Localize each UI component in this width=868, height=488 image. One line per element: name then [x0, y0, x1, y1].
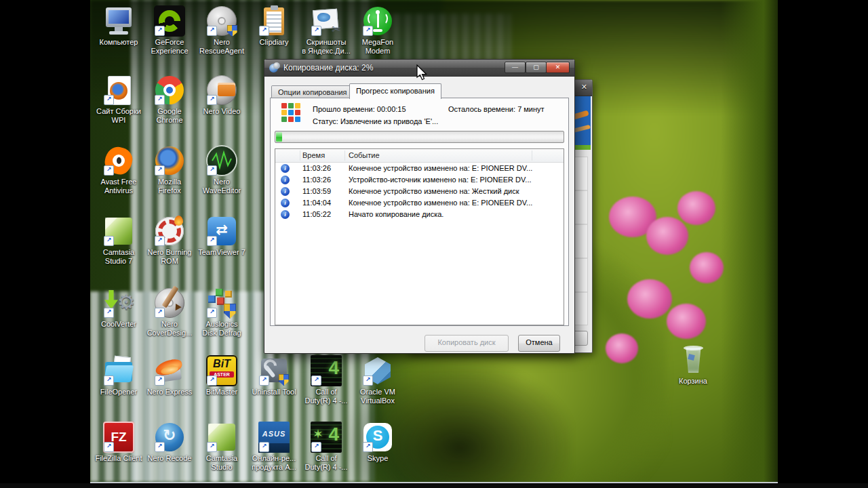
- desktop-icon-neroexpress[interactable]: ↗Nero Express: [141, 355, 198, 396]
- desktop-icon-cod4[interactable]: 4↗Call of Duty(R) 4 -...: [298, 355, 355, 405]
- desktop-icon-wpi[interactable]: ↗Сайт Сборки WPI: [90, 75, 147, 125]
- tab-copy-options[interactable]: Опции копирования: [271, 85, 354, 98]
- desktop-icon-geforce[interactable]: ↗GeForce Experience: [141, 5, 198, 56]
- yandex-icon: ✂↗: [311, 5, 342, 37]
- desktop-icon-label: Nero WaveEditor: [193, 178, 250, 195]
- shortcut-arrow-icon: ↗: [207, 308, 217, 318]
- copy-disc-button[interactable]: Копировать диск: [425, 335, 509, 352]
- desktop-icon-computer[interactable]: Компьютер: [90, 5, 147, 47]
- desktop-icon-rescueagent[interactable]: ↗Nero RescueAgent: [193, 5, 250, 56]
- shortcut-arrow-icon: ↗: [311, 375, 321, 386]
- desktop-icon-auslogics[interactable]: ↗Auslogics Disk Defrag: [193, 287, 250, 338]
- desktop-icon-filezilla[interactable]: FZ↗FileZilla Client: [90, 422, 147, 463]
- shortcut-arrow-icon: ↗: [207, 95, 217, 105]
- column-header-event[interactable]: Событие: [349, 151, 380, 159]
- shortcut-arrow-icon: ↗: [259, 26, 269, 36]
- desktop-icon-label: Nero Express: [141, 388, 198, 396]
- desktop-icon-firefox[interactable]: ↗Mozilla Firefox: [141, 145, 198, 195]
- virtualbox-icon: ↗: [362, 355, 393, 386]
- minimize-button[interactable]: —: [505, 62, 526, 73]
- tab-copy-progress[interactable]: Прогресс копирования: [349, 83, 441, 99]
- shortcut-arrow-icon: ↗: [104, 165, 114, 176]
- desktop-icon-camtasia7[interactable]: ↗Camtasia Studio 7: [90, 216, 147, 266]
- shortcut-arrow-icon: ↗: [155, 442, 165, 452]
- desktop-icon-label: Oracle VM VirtualBox: [349, 388, 406, 405]
- desktop-icon-waveeditor[interactable]: ↗Nero WaveEditor: [193, 145, 250, 195]
- shortcut-arrow-icon: ↗: [155, 95, 165, 105]
- disc-copy-icon: [269, 62, 280, 73]
- desktop-icon-nerovideo[interactable]: ↗Nero Video: [193, 75, 250, 116]
- shortcut-arrow-icon: ↗: [207, 375, 217, 386]
- desktop-icon-label: Корзина: [665, 377, 722, 386]
- log-row[interactable]: i11:03:26Конечное устройство изменено на…: [275, 163, 564, 174]
- column-header-time[interactable]: Время: [302, 151, 325, 159]
- log-row[interactable]: i11:05:22Начато копирование диска.: [275, 209, 564, 220]
- desktop-icon-avast[interactable]: ↗Avast Free Antivirus: [90, 145, 147, 195]
- log-time: 11:05:22: [302, 209, 331, 220]
- close-button[interactable]: ✕: [546, 62, 570, 73]
- desktop-icon-neroburning[interactable]: ↗Nero Burning ROM: [141, 216, 198, 266]
- maximize-button[interactable]: ▢: [526, 62, 547, 73]
- desktop-icon-uninstalltool[interactable]: ↗Uninstall Tool: [245, 355, 302, 396]
- camtasia7-icon: ↗: [103, 216, 134, 247]
- log-row[interactable]: i11:03:26Устройство-источник изменено на…: [275, 174, 564, 186]
- desktop-icon-megafon[interactable]: ↗MegaFon Modem: [349, 5, 406, 56]
- desktop-icon-label: Google Chrome: [141, 107, 198, 125]
- log-event: Начато копирование диска.: [349, 209, 561, 220]
- background-window-buttons: [573, 157, 588, 325]
- event-log: Время Событие i11:03:26Конечное устройст…: [275, 148, 564, 325]
- teamviewer-icon: ⇄↗: [206, 216, 237, 247]
- desktop-icon-label: GeForce Experience: [141, 38, 198, 56]
- desktop-icon-asus[interactable]: ASUS↗Онлайн-ре... продукта A...: [245, 422, 302, 472]
- info-icon: i: [281, 164, 290, 173]
- log-event: Устройство-источник изменено на: E: PION…: [349, 174, 561, 186]
- log-row[interactable]: i11:03:59Конечное устройство изменено на…: [275, 186, 564, 197]
- desktop-icon-camtasia[interactable]: ↗Camtasia Studio: [193, 422, 250, 472]
- shortcut-arrow-icon: ↗: [104, 442, 114, 452]
- letterbox-left: [0, 0, 90, 488]
- desktop-icon-fileopener[interactable]: ↗FileOpener: [90, 355, 147, 396]
- desktop-icon-cod4b[interactable]: ✶4↗Call of Duty(R) 4 -...: [298, 422, 355, 472]
- desktop-icon-virtualbox[interactable]: ↗Oracle VM VirtualBox: [349, 355, 406, 405]
- neroburning-icon: ↗: [154, 216, 185, 247]
- rescueagent-icon: ↗: [206, 5, 237, 37]
- computer-icon: [103, 5, 134, 37]
- desktop-icon-label: Uninstall Tool: [245, 388, 302, 396]
- desktop-icon-label: MegaFon Modem: [349, 38, 406, 56]
- desktop-icon-label: Nero Recode: [141, 454, 198, 463]
- progress-panel: Прошло времени: 00:00:15 Осталось времен…: [270, 98, 569, 326]
- neroexpress-icon: ↗: [154, 355, 185, 386]
- desktop-icon-yandex[interactable]: ✂↗Скриншоты в Яндекс.Ди...: [298, 5, 355, 56]
- desktop-icon-skype[interactable]: S↗Skype: [349, 422, 406, 463]
- log-time: 11:03:26: [302, 174, 331, 186]
- desktop-icon-chrome[interactable]: ↗Google Chrome: [141, 75, 198, 125]
- desktop-icon-label: CoolVerter: [90, 320, 147, 329]
- shortcut-arrow-icon: ↗: [104, 308, 114, 318]
- background-window-bottom-button[interactable]: [573, 331, 588, 346]
- desktop-icon-coverdesigner[interactable]: ↗Nero CoverDesig...: [141, 287, 198, 338]
- progress-bar-fill: [276, 132, 282, 142]
- shortcut-arrow-icon: ↗: [207, 236, 217, 246]
- desktop-icon-clipdiary[interactable]: ↗Clipdiary: [245, 5, 302, 47]
- asus-icon: ASUS↗: [258, 422, 290, 453]
- event-log-header[interactable]: Время Событие: [275, 149, 564, 163]
- close-icon[interactable]: ✕: [581, 83, 587, 92]
- shortcut-arrow-icon: ↗: [207, 442, 217, 452]
- desktop-icon-recycle[interactable]: Корзина: [665, 344, 722, 386]
- log-event: Конечное устройство изменено на: Жесткий…: [349, 186, 561, 197]
- coverdesigner-icon: ↗: [154, 287, 185, 319]
- log-row[interactable]: i11:04:04Конечное устройство изменено на…: [275, 197, 564, 209]
- desktop-icon-coolverter[interactable]: ⚙↗CoolVerter: [90, 287, 147, 329]
- shortcut-arrow-icon: ↗: [311, 442, 321, 452]
- log-event: Конечное устройство изменено на: E: PION…: [349, 163, 561, 174]
- shortcut-arrow-icon: ↗: [155, 375, 165, 386]
- geforce-icon: ↗: [154, 5, 185, 37]
- cancel-button[interactable]: Отмена: [518, 335, 560, 352]
- filezilla-icon: FZ↗: [103, 422, 134, 453]
- desktop-icon-nerorecode[interactable]: ↻↗Nero Recode: [141, 422, 198, 463]
- dialog-title: Копирование диска: 2%: [283, 63, 373, 73]
- desktop-icon-teamviewer[interactable]: ⇄↗TeamViewer 7: [193, 216, 250, 257]
- bitmaster-icon: BiTASTER↗: [206, 355, 237, 386]
- desktop-icon-bitmaster[interactable]: BiTASTER↗BitMaster: [193, 355, 250, 396]
- desktop-icon-label: Camtasia Studio: [193, 454, 250, 472]
